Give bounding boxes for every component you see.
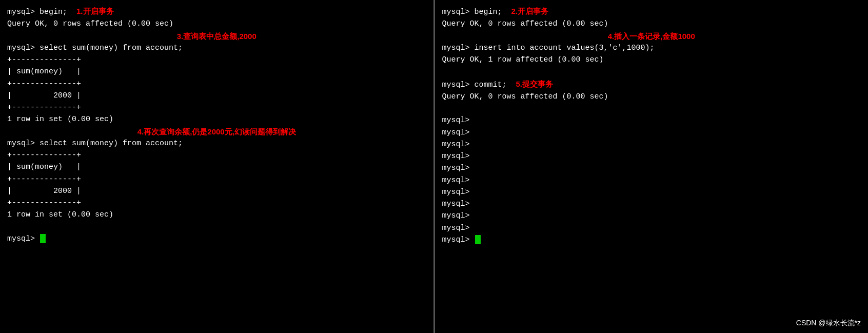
- right-blank-1: [442, 66, 861, 77]
- right-content: mysql> begin; 2.开启事务 Query OK, 0 rows af…: [442, 5, 861, 246]
- table2-border1: +--------------+: [7, 149, 426, 161]
- cursor-left: [40, 234, 46, 243]
- right-line-begin: mysql> begin; 2.开启事务: [442, 5, 861, 18]
- right-empty-9: mysql>: [442, 210, 861, 222]
- right-ok-1: Query OK, 0 rows affected (0.00 sec): [442, 18, 861, 30]
- watermark: CSDN @绿水长流*z: [796, 319, 861, 328]
- line-select-2: mysql> select sum(money) from account;: [7, 138, 426, 149]
- right-ok-2: Query OK, 1 row affected (0.00 sec): [442, 54, 861, 66]
- right-empty-8: mysql>: [442, 198, 861, 210]
- right-empty-1: mysql>: [442, 114, 861, 126]
- right-empty-2: mysql>: [442, 127, 861, 139]
- annotation-2: 2.开启事务: [511, 7, 549, 15]
- right-empty-4: mysql>: [442, 150, 861, 162]
- right-blank-2: [442, 103, 861, 114]
- right-terminal: mysql> begin; 2.开启事务 Query OK, 0 rows af…: [435, 0, 869, 333]
- line-rowset-1: 1 row in set (0.00 sec): [7, 113, 426, 125]
- table2-border3: +--------------+: [7, 197, 426, 209]
- right-empty-7: mysql>: [442, 186, 861, 198]
- line-select-1: mysql> select sum(money) from account;: [7, 42, 426, 54]
- annotation-3: 3.查询表中总金额,2000: [7, 30, 426, 42]
- annotation-4: 4.再次查询余额,仍是2000元,幻读问题得到解决: [7, 126, 426, 138]
- line-blank-1: [7, 221, 426, 233]
- right-empty-10: mysql>: [442, 222, 861, 234]
- annotation-1: 1.开启事务: [76, 7, 114, 15]
- line-rowset-2: 1 row in set (0.00 sec): [7, 209, 426, 221]
- right-empty-6: mysql>: [442, 174, 861, 186]
- table2-header: | sum(money) |: [7, 161, 426, 173]
- table1-border2: +--------------+: [7, 78, 426, 90]
- line-final-prompt: mysql>: [7, 233, 426, 245]
- table1-value: | 2000 |: [7, 90, 426, 102]
- right-empty-5: mysql>: [442, 162, 861, 174]
- table1-header: | sum(money) |: [7, 66, 426, 77]
- right-line-insert: mysql> insert into account values(3,'c',…: [442, 42, 861, 54]
- right-ok-3: Query OK, 0 rows affected (0.00 sec): [442, 91, 861, 103]
- line-ok-1: Query OK, 0 rows affected (0.00 sec): [7, 18, 426, 30]
- table2-border2: +--------------+: [7, 173, 426, 185]
- left-terminal: mysql> begin; 1.开启事务 Query OK, 0 rows af…: [0, 0, 435, 333]
- table2-value: | 2000 |: [7, 185, 426, 197]
- table1-border3: +--------------+: [7, 102, 426, 113]
- right-empty-3: mysql>: [442, 139, 861, 150]
- right-annotation-4: 4.插入一条记录,金额1000: [442, 30, 861, 42]
- annotation-5: 5.提交事务: [516, 80, 554, 88]
- right-line-commit: mysql> commit; 5.提交事务: [442, 78, 861, 91]
- left-content: mysql> begin; 1.开启事务 Query OK, 0 rows af…: [7, 5, 426, 245]
- right-final-prompt: mysql>: [442, 234, 861, 246]
- table1-border1: +--------------+: [7, 54, 426, 66]
- line-begin-1: mysql> begin; 1.开启事务: [7, 5, 426, 18]
- cursor-right: [475, 235, 481, 244]
